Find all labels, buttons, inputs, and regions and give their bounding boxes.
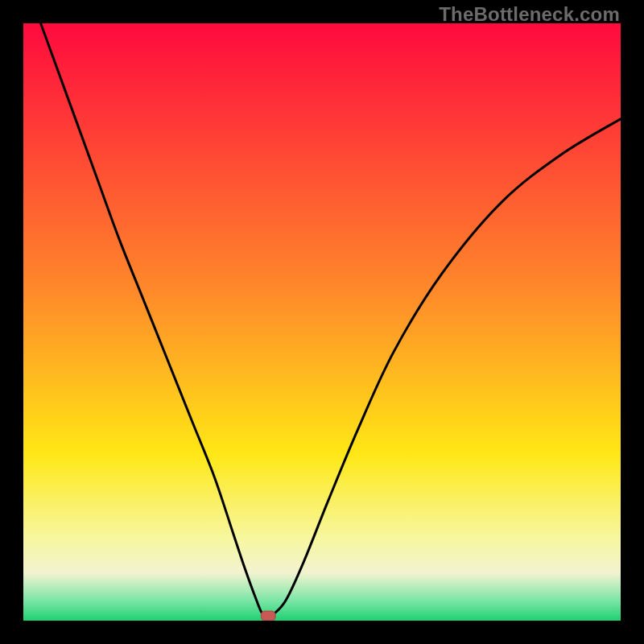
plot-area [23,23,621,621]
gradient-background [23,23,621,621]
chart-svg [23,23,621,621]
watermark-text: TheBottleneck.com [439,3,620,26]
minimum-marker [261,611,275,621]
outer-frame: TheBottleneck.com [0,0,644,644]
